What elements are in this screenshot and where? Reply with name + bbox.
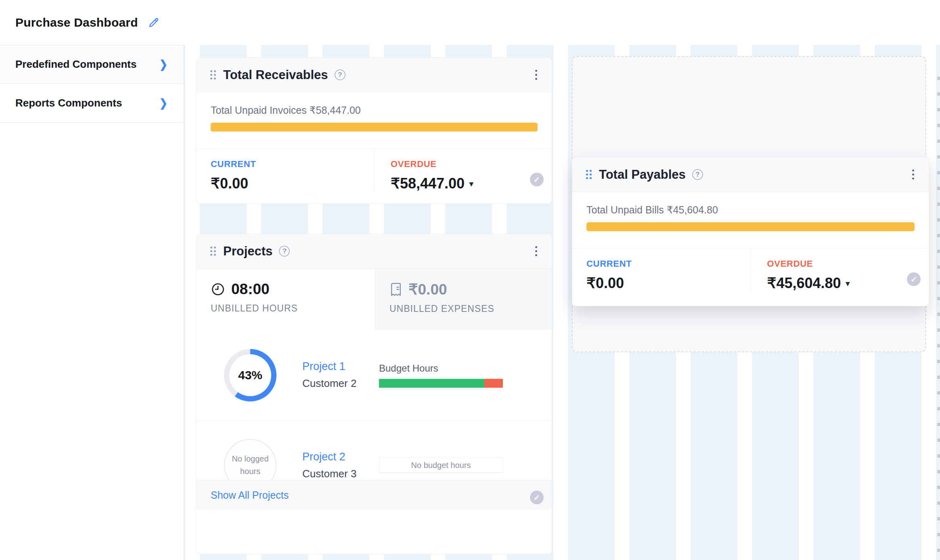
drag-handle-icon[interactable] <box>210 247 216 256</box>
overdue-label: OVERDUE <box>391 159 552 169</box>
drag-handle-icon[interactable] <box>210 70 216 79</box>
kebab-menu-icon[interactable] <box>533 244 540 259</box>
drag-handle-icon[interactable] <box>586 170 592 179</box>
caret-down-icon: ▾ <box>469 179 473 188</box>
projects-card-footer: Show All Projects ✓ <box>197 480 552 510</box>
check-icon: ✓ <box>534 493 540 502</box>
current-column: CURRENT ₹0.00 <box>572 249 751 292</box>
current-column: CURRENT ₹0.00 <box>197 149 374 192</box>
card-body: 08:00 UNBILLED HOURS ₹0.00 <box>197 269 552 510</box>
card-body: Total Unpaid Bills ₹45,604.80 CURRENT ₹0… <box>572 192 929 292</box>
project-progress-percent: 43% <box>238 368 262 382</box>
sidebar-item-predefined-components[interactable]: Predefined Components ❯ <box>0 45 184 84</box>
unbilled-hours-label: UNBILLED HOURS <box>211 303 375 314</box>
unpaid-bills-bar <box>586 222 915 231</box>
caret-down-icon: ▾ <box>846 279 850 288</box>
total-receivables-card: Total Receivables ? Total Unpaid Invoice… <box>196 57 552 204</box>
edit-dashboard-name-button[interactable] <box>147 16 161 29</box>
check-icon: ✓ <box>534 175 540 184</box>
component-selected-check-badge[interactable]: ✓ <box>907 272 921 286</box>
unbilled-hours-value: 08:00 <box>231 281 270 298</box>
current-value: ₹0.00 <box>211 175 374 192</box>
receipt-icon <box>389 283 402 297</box>
clock-icon <box>211 282 225 297</box>
help-icon[interactable]: ? <box>279 246 290 257</box>
grid-edge-markers <box>937 77 940 560</box>
chevron-right-icon: ❯ <box>159 58 167 71</box>
check-icon: ✓ <box>911 275 917 284</box>
unpaid-bills-summary: Total Unpaid Bills ₹45,604.80 <box>586 204 915 216</box>
no-budget-hours-box: No budget hours <box>379 458 503 473</box>
kebab-menu-icon[interactable] <box>533 67 540 82</box>
overdue-label: OVERDUE <box>767 259 929 269</box>
components-sidebar: Predefined Components ❯ Reports Componen… <box>0 45 184 560</box>
project-link[interactable]: Project 1 <box>302 360 379 373</box>
unpaid-invoices-summary: Total Unpaid Invoices ₹58,447.00 <box>211 104 538 116</box>
sidebar-item-label: Reports Components <box>15 97 122 109</box>
help-icon[interactable]: ? <box>692 169 703 180</box>
current-label: CURRENT <box>586 259 751 269</box>
card-header: Projects ? <box>197 234 552 269</box>
card-header: Total Payables ? <box>572 157 929 192</box>
overdue-column: OVERDUE ₹45,604.80 ▾ <box>751 249 929 292</box>
budget-hours-block: Budget Hours <box>379 363 503 388</box>
dashboard-canvas: Total Receivables ? Total Unpaid Invoice… <box>184 45 940 560</box>
unbilled-expenses-value: ₹0.00 <box>408 281 447 298</box>
no-logged-hours-text: No logged hours <box>230 453 270 478</box>
budget-hours-used-fill <box>379 379 484 388</box>
budget-hours-label: Budget Hours <box>379 363 503 374</box>
current-label: CURRENT <box>211 159 374 169</box>
project-progress-donut: 43% <box>224 349 276 401</box>
card-header: Total Receivables ? <box>197 58 552 92</box>
current-value: ₹0.00 <box>586 275 751 292</box>
pencil-icon <box>148 17 160 29</box>
unbilled-expenses-label: UNBILLED EXPENSES <box>389 303 552 314</box>
sidebar-item-label: Predefined Components <box>15 58 136 71</box>
project-link[interactable]: Project 2 <box>302 451 379 463</box>
card-body: Total Unpaid Invoices ₹58,447.00 CURRENT… <box>197 92 552 192</box>
projects-card: Projects ? 08:00 UNBILLED HOURS <box>196 234 552 554</box>
unpaid-invoices-bar <box>211 123 538 132</box>
overdue-column: OVERDUE ₹58,447.00 ▾ <box>374 149 552 192</box>
budget-hours-bar <box>379 379 503 388</box>
sidebar-item-reports-components[interactable]: Reports Components ❯ <box>0 84 184 123</box>
card-title: Total Receivables <box>223 68 328 82</box>
component-selected-check-badge[interactable]: ✓ <box>530 173 544 186</box>
tab-unbilled-hours[interactable]: 08:00 UNBILLED HOURS <box>197 269 375 330</box>
kebab-menu-icon[interactable] <box>910 167 917 182</box>
chevron-right-icon: ❯ <box>159 96 167 109</box>
card-title: Projects <box>223 244 272 259</box>
overdue-value: ₹45,604.80 <box>767 275 841 292</box>
project-row: 43% Project 1 Customer 2 Budget Hours <box>197 330 552 420</box>
page-header: Purchase Dashboard <box>0 0 940 45</box>
tab-unbilled-expenses[interactable]: ₹0.00 UNBILLED EXPENSES <box>375 269 552 330</box>
help-icon[interactable]: ? <box>335 69 345 80</box>
show-all-projects-link[interactable]: Show All Projects <box>211 489 289 501</box>
overdue-value-dropdown[interactable]: ₹45,604.80 ▾ <box>767 275 929 292</box>
overdue-value-dropdown[interactable]: ₹58,447.00 ▾ <box>391 175 552 192</box>
page-title: Purchase Dashboard <box>15 16 138 29</box>
project-customer: Customer 3 <box>302 468 379 480</box>
overdue-value: ₹58,447.00 <box>391 175 465 192</box>
total-payables-card[interactable]: Total Payables ? Total Unpaid Bills ₹45,… <box>572 157 929 306</box>
card-title: Total Payables <box>599 167 686 182</box>
project-customer: Customer 2 <box>302 377 379 390</box>
component-selected-check-badge[interactable]: ✓ <box>530 491 544 504</box>
